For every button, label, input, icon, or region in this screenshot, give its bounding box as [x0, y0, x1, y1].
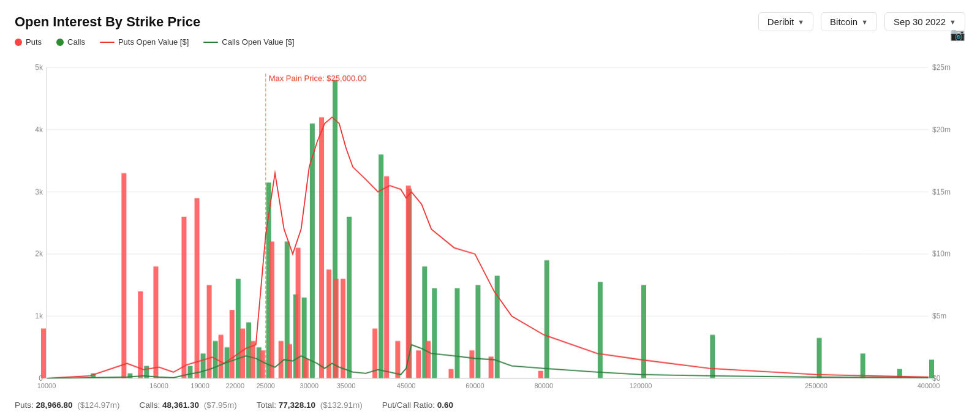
asset-dropdown[interactable]: Bitcoin ▼: [821, 12, 877, 31]
page-header: Open Interest By Strike Price Deribit ▼ …: [15, 12, 965, 31]
footer-calls: Calls: 48,361.30 ($7.95m): [139, 400, 236, 410]
chart-legend: Puts Calls Puts Open Value [$] Calls Ope…: [15, 37, 965, 47]
calls-dot: [56, 39, 64, 46]
footer-total: Total: 77,328.10 ($132.91m): [257, 400, 363, 410]
chart-footer: Puts: 28,966.80 ($124.97m) Calls: 48,361…: [15, 396, 965, 410]
chevron-down-icon: ▼: [949, 18, 956, 26]
chart-area: 📷: [15, 49, 965, 396]
main-chart: [15, 49, 965, 396]
chevron-down-icon: ▼: [797, 18, 804, 26]
legend-puts-line: Puts Open Value [$]: [100, 37, 189, 47]
legend-calls-line: Calls Open Value [$]: [203, 37, 294, 47]
camera-icon[interactable]: 📷: [950, 27, 965, 42]
page-title: Open Interest By Strike Price: [15, 14, 200, 30]
exchange-dropdown[interactable]: Deribit ▼: [758, 12, 813, 31]
controls-group: Deribit ▼ Bitcoin ▼ Sep 30 2022 ▼: [758, 12, 965, 31]
footer-ratio: Put/Call Ratio: 0.60: [382, 400, 453, 410]
puts-dot: [15, 39, 22, 46]
calls-line-icon: [203, 42, 218, 43]
legend-puts: Puts: [15, 37, 42, 47]
chevron-down-icon: ▼: [861, 18, 868, 26]
legend-calls: Calls: [56, 37, 85, 47]
puts-line-icon: [100, 42, 115, 43]
footer-puts: Puts: 28,966.80 ($124.97m): [15, 400, 119, 410]
